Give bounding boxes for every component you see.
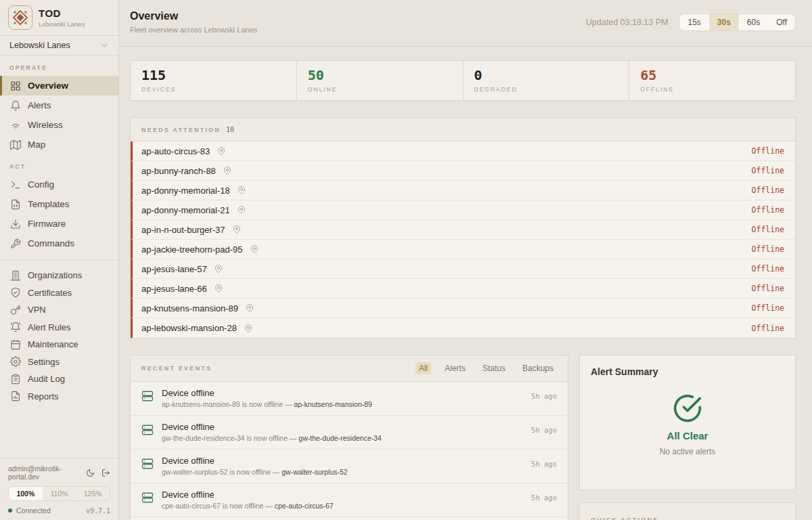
event-filter-tabs: All Alerts Status Backups — [415, 362, 557, 374]
zoom-125-button[interactable]: 125% — [76, 487, 110, 500]
sidebar-item-audit-log[interactable]: Audit Log — [0, 370, 118, 388]
attention-row[interactable]: ap-in-n-out-burger-37 Offline — [131, 220, 795, 240]
quick-actions-title: QUICK ACTIONS — [591, 517, 658, 520]
stat-online-label: ONLINE — [308, 86, 452, 93]
attention-row[interactable]: ap-donny-memorial-18 Offline — [131, 181, 795, 200]
sidebar-item-reports[interactable]: Reports — [0, 388, 118, 406]
file-code-icon — [10, 199, 21, 210]
event-title: Device offline — [162, 422, 523, 432]
attention-row[interactable]: ap-jesus-lane-57 Offline — [131, 259, 795, 279]
tab-backups[interactable]: Backups — [519, 362, 557, 374]
sidebar-item-commands[interactable]: Commands — [0, 234, 118, 253]
download-icon — [10, 219, 21, 230]
attention-row[interactable]: ap-lebowski-mansion-28 Offline — [131, 318, 795, 338]
key-icon — [10, 305, 21, 316]
logout-icon[interactable] — [102, 469, 110, 477]
map-pin-icon[interactable] — [250, 245, 258, 253]
event-timestamp: 5h ago — [531, 392, 557, 400]
sidebar-item-label: Certificates — [28, 288, 72, 298]
sidebar-item-label: Map — [28, 139, 45, 150]
status-badge: Offline — [752, 324, 784, 333]
interval-off-button[interactable]: Off — [768, 14, 795, 30]
sidebar-item-templates[interactable]: Templates — [0, 194, 118, 214]
main-area: Overview Fleet overview across Lebowski … — [119, 0, 812, 520]
refresh-interval-control: 15s 30s 60s Off — [679, 14, 796, 31]
event-device-name: gw-walter-surplus-52 — [281, 468, 347, 476]
calendar-icon — [10, 339, 21, 350]
tab-all[interactable]: All — [415, 362, 431, 374]
sidebar-item-config[interactable]: Config — [0, 175, 118, 194]
stat-degraded-label: DEGRADED — [474, 86, 618, 93]
sidebar-item-certificates[interactable]: Certificates — [0, 284, 118, 302]
sidebar-item-firmware[interactable]: Firmware — [0, 214, 118, 234]
event-description: ap-knutsens-mansion-89 is now offline — … — [162, 400, 523, 408]
map-pin-icon[interactable] — [233, 225, 241, 234]
alert-summary-card: Alert Summary All Clear No active alerts — [579, 355, 796, 490]
map-pin-icon[interactable] — [217, 147, 225, 155]
attention-row[interactable]: ap-donny-memorial-21 Offline — [131, 200, 795, 220]
map-pin-icon[interactable] — [215, 284, 223, 292]
connection-status: Connected — [16, 506, 82, 515]
sidebar-item-wireless[interactable]: Wireless — [0, 115, 118, 135]
sidebar-item-label: Alert Rules — [28, 322, 71, 332]
dark-mode-toggle-moon-icon[interactable] — [86, 469, 95, 477]
server-icon — [141, 390, 154, 402]
attention-row[interactable]: ap-jackie-treehorn-pad-95 Offline — [131, 240, 795, 259]
interval-15s-button[interactable]: 15s — [679, 14, 708, 30]
event-row[interactable]: Device offline gw-the-dude-residence-34 … — [131, 416, 568, 450]
device-name: ap-donny-memorial-21 — [141, 205, 230, 215]
sidebar-item-alert-rules[interactable]: Alert Rules — [0, 319, 118, 337]
app-logo-icon — [8, 5, 32, 30]
interval-30s-button[interactable]: 30s — [709, 14, 739, 30]
map-pin-icon[interactable] — [238, 206, 246, 214]
map-pin-icon[interactable] — [238, 186, 246, 194]
gear-icon — [10, 356, 21, 367]
sidebar-item-map[interactable]: Map — [0, 135, 118, 154]
terminal-icon — [10, 179, 21, 190]
sidebar-divider — [0, 260, 118, 261]
event-description: cpe-auto-circus-67 is now offline — cpe-… — [162, 502, 523, 510]
device-name: ap-knutsens-mansion-89 — [141, 303, 238, 313]
stat-offline-label: OFFLINE — [640, 86, 784, 93]
attention-row[interactable]: ap-jesus-lane-66 Offline — [131, 279, 795, 299]
zoom-100-button[interactable]: 100% — [9, 487, 43, 500]
stat-online-value: 50 — [308, 67, 452, 83]
interval-60s-button[interactable]: 60s — [739, 14, 768, 30]
tab-status[interactable]: Status — [479, 362, 509, 374]
map-pin-icon[interactable] — [215, 265, 223, 273]
event-row[interactable]: Device offline ap-knutsens-mansion-89 is… — [131, 382, 568, 416]
map-pin-icon[interactable] — [223, 167, 231, 175]
sidebar-item-alerts[interactable]: Alerts — [0, 95, 118, 115]
sidebar-item-overview[interactable]: Overview — [0, 76, 118, 95]
sidebar-item-label: Templates — [28, 199, 70, 209]
event-row[interactable]: Device offline gw-walter-surplus-52 is n… — [131, 450, 568, 483]
status-badge: Offline — [752, 186, 784, 195]
event-timestamp: 5h ago — [531, 426, 557, 434]
stat-devices-value: 115 — [141, 67, 286, 83]
sidebar-item-maintenance[interactable]: Maintenance — [0, 336, 118, 353]
sidebar-item-vpn[interactable]: VPN — [0, 301, 118, 319]
event-title: Device offline — [162, 388, 523, 398]
sidebar-item-label: Firmware — [28, 219, 66, 229]
page-header: Overview Fleet overview across Lebowski … — [119, 0, 812, 47]
updated-timestamp: Updated 03:18:13 PM — [586, 18, 669, 27]
attention-row[interactable]: ap-knutsens-mansion-89 Offline — [131, 299, 795, 318]
status-badge: Offline — [752, 303, 784, 313]
status-badge: Offline — [752, 244, 784, 254]
attention-row[interactable]: ap-auto-circus-83 Offline — [131, 142, 795, 161]
map-pin-icon[interactable] — [244, 324, 252, 332]
sidebar-item-organizations[interactable]: Organizations — [0, 267, 118, 284]
event-title: Device offline — [162, 490, 523, 500]
tab-alerts[interactable]: Alerts — [441, 362, 469, 374]
sidebar-item-settings[interactable]: Settings — [0, 353, 118, 371]
org-selector[interactable]: Lebowski Lanes — [0, 36, 118, 56]
device-name: ap-jesus-lane-57 — [141, 264, 207, 274]
map-pin-icon[interactable] — [246, 304, 254, 312]
zoom-110-button[interactable]: 110% — [43, 487, 76, 500]
recent-events-title: RECENT EVENTS — [141, 365, 212, 372]
event-row[interactable]: Device offline cpe-auto-circus-67 is now… — [131, 483, 568, 517]
event-row[interactable]: Device offline ap-bunny-ranch-88 is now … — [131, 517, 568, 520]
alert-summary-status: All Clear — [591, 430, 784, 441]
attention-row[interactable]: ap-bunny-ranch-88 Offline — [131, 161, 795, 181]
sidebar-item-label: Maintenance — [28, 339, 78, 349]
